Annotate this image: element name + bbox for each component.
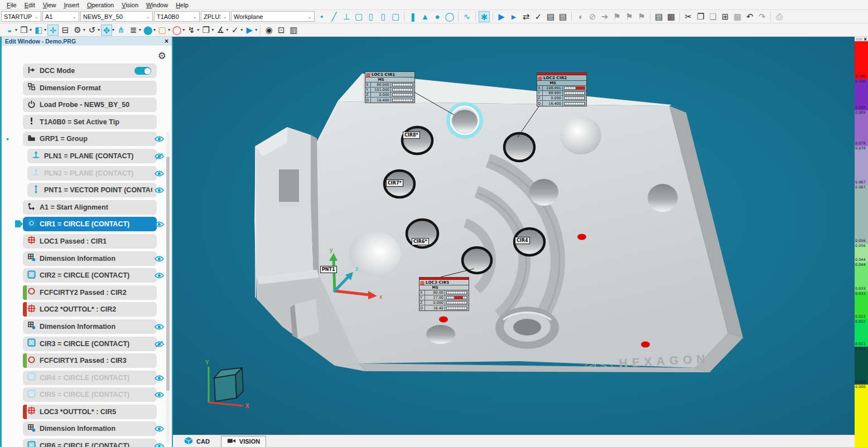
paste-icon[interactable]: ❑ xyxy=(707,11,718,22)
probe-toolbox-icon-dropdown-caret[interactable]: ▾ xyxy=(83,27,85,32)
eye-icon[interactable] xyxy=(155,169,164,179)
print-icon[interactable]: ⎙ xyxy=(774,11,785,22)
command-pill[interactable]: CIR5 = CIRCLE (CONTACT) xyxy=(23,387,157,402)
auto-circle-icon[interactable]: ▢ xyxy=(353,11,364,22)
command-pill[interactable]: A1 = Start Alignment xyxy=(23,200,157,215)
eye-icon[interactable] xyxy=(155,186,164,196)
unmarked-report-icon[interactable]: ▤ xyxy=(557,11,568,22)
eye-slash-icon[interactable] xyxy=(155,340,164,350)
play-icon-dropdown-caret[interactable]: ▾ xyxy=(255,27,257,32)
auto-torus-icon[interactable]: ◯ xyxy=(444,11,455,22)
command-pill[interactable]: PLN1 = PLANE (CONTACT) xyxy=(27,149,157,163)
parameter-set-dropdown[interactable]: STARTUP⌄ xyxy=(1,11,41,22)
menu-file[interactable]: File xyxy=(3,1,20,9)
probe-mount-icon-dropdown-caret[interactable]: ▾ xyxy=(15,27,17,32)
execute-program-icon[interactable]: ▶ xyxy=(496,11,507,22)
view-cube-icon[interactable]: ❒ xyxy=(18,25,30,36)
probe-vector-icon[interactable]: ⋔ xyxy=(115,25,127,36)
command-pill[interactable]: Dimension Format xyxy=(23,81,157,95)
ellipse-gage-icon[interactable]: ⬤ xyxy=(142,25,153,36)
cad-viewport[interactable]: HEXAGON y x z Y X xyxy=(173,37,855,435)
eye-icon[interactable] xyxy=(155,220,164,230)
view-cube-icon-dropdown-caret[interactable]: ▾ xyxy=(30,27,32,32)
pattern-icon[interactable]: ▦ xyxy=(732,11,743,22)
close-icon[interactable]: × xyxy=(864,36,867,42)
pan-icon[interactable]: ✛ xyxy=(47,25,59,36)
menu-operation[interactable]: Operation xyxy=(84,1,117,9)
quick-align-icon-dropdown-caret[interactable]: ▾ xyxy=(197,27,199,32)
copy-icon[interactable]: ❐ xyxy=(695,11,706,22)
auto-cylinder-icon[interactable]: ❚ xyxy=(407,11,418,22)
command-pill[interactable]: FCFCIRTY1 Passed : CIR3 xyxy=(23,353,157,368)
feature-tag[interactable]: CIR7* xyxy=(386,179,403,187)
gear-icon[interactable]: ⚙ xyxy=(158,50,166,62)
menu-window[interactable]: Window xyxy=(143,1,171,9)
active-tip-dropdown[interactable]: T1A0B0⌄ xyxy=(154,11,200,22)
feature-locate-icon[interactable]: ≣ xyxy=(128,25,139,36)
menu-view[interactable]: View xyxy=(40,1,60,9)
confirm-icon[interactable]: ✓ xyxy=(229,25,240,36)
auto-feature-icon[interactable]: ✱ xyxy=(479,11,490,22)
curve-icon[interactable]: ∿ xyxy=(461,11,472,22)
circle-gage-icon[interactable]: ◯ xyxy=(171,25,182,36)
command-pill[interactable]: Load Probe - NEW5_BY_50 xyxy=(23,98,157,112)
no-probe-icon[interactable]: ⊘ xyxy=(587,11,598,22)
copy-pattern-icon-dropdown-caret[interactable]: ▾ xyxy=(211,27,214,32)
view-dropdown[interactable]: Workplane⌄ xyxy=(231,11,315,22)
undo-icon[interactable]: ↶ xyxy=(744,11,755,22)
cut-icon[interactable]: ✂ xyxy=(683,11,694,22)
path-optimize-icon[interactable]: ∡ xyxy=(215,25,226,36)
menu-edit[interactable]: Edit xyxy=(21,1,38,9)
workplane-dropdown[interactable]: ZPLUS⌄ xyxy=(201,11,230,22)
edit-window-titlebar[interactable]: Edit Window - Demo.PRG × xyxy=(2,37,172,46)
menu-help[interactable]: Help xyxy=(172,1,192,9)
tab-cad[interactable]: CAD xyxy=(179,436,215,447)
bookmark-add-icon[interactable]: ⚑ xyxy=(624,11,635,22)
command-pill[interactable]: CIR4 = CIRCLE (CONTACT) xyxy=(23,371,157,385)
move-3d-icon-dropdown-caret[interactable]: ▾ xyxy=(112,27,114,32)
eye-icon[interactable] xyxy=(155,323,164,333)
command-pill[interactable]: GRP1 = Group xyxy=(23,132,157,146)
command-pill[interactable]: CIR3 = CIRCLE (CONTACT) xyxy=(23,337,157,351)
feature-tag[interactable]: CIR4 xyxy=(515,237,530,244)
panel-scrollbar[interactable] xyxy=(166,132,170,444)
eye-slash-icon[interactable] xyxy=(155,152,164,162)
eye-icon[interactable] xyxy=(155,442,164,447)
eye-icon[interactable] xyxy=(155,271,164,281)
command-pill[interactable]: CIR6 = CIRCLE (CONTACT) xyxy=(23,439,157,447)
probe-mount-icon[interactable]: ◒ xyxy=(4,25,15,36)
paste-special-icon[interactable]: ⊞ xyxy=(720,11,731,22)
command-pill[interactable]: CIR2 = CIRCLE (CONTACT) xyxy=(23,268,157,283)
redo-icon[interactable]: ↷ xyxy=(756,11,768,22)
eye-icon[interactable] xyxy=(155,425,164,435)
auto-sphere-icon[interactable]: ● xyxy=(432,11,443,22)
eye-icon[interactable] xyxy=(155,135,164,145)
bookmark-icon[interactable]: ⚑ xyxy=(611,11,623,22)
analysis-window-icon[interactable]: ▥ xyxy=(288,25,299,36)
chevron-down-icon[interactable]: ⌄ xyxy=(146,14,150,20)
chevron-down-icon[interactable]: ⌄ xyxy=(34,14,38,20)
command-pill[interactable]: T1A0B0 = Set Active Tip xyxy=(23,115,157,129)
bookmark-delete-icon[interactable]: ⚑ xyxy=(636,11,647,22)
confirm-icon-dropdown-caret[interactable]: ▾ xyxy=(240,27,243,32)
command-pill[interactable]: LOC3 *OUTTOL* : CIR5 xyxy=(23,405,157,419)
chevron-down-icon[interactable]: ⌄ xyxy=(223,14,227,20)
auto-plane-icon[interactable]: ⊥ xyxy=(341,11,352,22)
move-3d-icon[interactable]: ✥ xyxy=(101,25,112,36)
square-gage-icon-dropdown-caret[interactable]: ▾ xyxy=(168,27,170,32)
tab-vision[interactable]: VISION xyxy=(221,436,266,447)
chevron-down-icon[interactable]: ⌄ xyxy=(307,14,312,20)
mark-done-icon[interactable]: ✓ xyxy=(533,11,544,22)
close-icon[interactable]: × xyxy=(165,37,168,45)
dcc-mode-toggle[interactable] xyxy=(134,67,151,75)
eye-icon[interactable] xyxy=(155,391,164,401)
chevron-down-icon[interactable]: ⌄ xyxy=(72,14,76,20)
marked-report-icon[interactable]: ▤ xyxy=(545,11,556,22)
comment-icon[interactable]: ⊟ xyxy=(60,25,71,36)
probe-file-dropdown[interactable]: NEW5_BY_50⌄ xyxy=(80,11,153,22)
eye-icon[interactable] xyxy=(155,374,164,384)
collapse-caret-icon[interactable]: ▾ xyxy=(6,136,9,142)
goto-icon[interactable]: ➔ xyxy=(599,11,610,22)
circle-gage-icon-dropdown-caret[interactable]: ▾ xyxy=(182,27,185,32)
eye-icon[interactable] xyxy=(155,255,164,265)
